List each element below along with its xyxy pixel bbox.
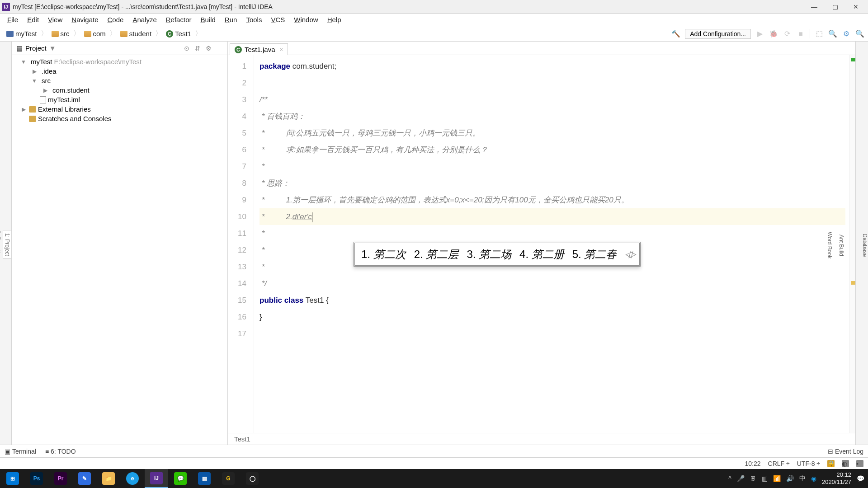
system-tray[interactable]: ^ 🎤 ⛨ ▥ 📶 🔊 中 ◉ 20:12 2020/11/27 💬 — [728, 471, 867, 486]
tree-row-src[interactable]: ▼src — [12, 76, 227, 85]
crumb-com[interactable]: com — [81, 29, 108, 38]
status-line-sep[interactable]: CRLF ÷ — [768, 460, 790, 467]
hide-icon[interactable]: — — [216, 45, 223, 52]
tray-chevron-icon[interactable]: ^ — [728, 475, 731, 482]
run-icon[interactable]: ▶ — [755, 29, 764, 38]
menu-tools[interactable]: Tools — [241, 15, 266, 24]
taskbar-app-button[interactable]: G — [217, 469, 240, 488]
tree-arrow-icon[interactable]: ▶ — [42, 87, 49, 94]
taskbar-app-button[interactable]: 💬 — [169, 469, 192, 488]
code-line[interactable]: * — [259, 158, 845, 175]
tree-arrow-icon[interactable]: ▼ — [31, 78, 38, 84]
menu-navigate[interactable]: Navigate — [67, 15, 103, 24]
close-button[interactable]: ✕ — [845, 0, 866, 13]
tree-row-mytest-iml[interactable]: myTest.iml — [12, 95, 227, 104]
build-icon[interactable]: 🔨 — [671, 29, 680, 38]
tray-volume-icon[interactable]: 🔊 — [786, 475, 794, 482]
editor-tab[interactable]: CTest1.java× — [230, 43, 288, 55]
code-line[interactable] — [259, 325, 845, 342]
status-encoding[interactable]: UTF-8 ÷ — [797, 460, 820, 467]
bottom-tab[interactable]: ▣Terminal — [5, 448, 36, 455]
code-line[interactable]: public class Test1 { — [259, 292, 845, 309]
stop-icon[interactable]: ■ — [796, 29, 805, 38]
ime-candidate[interactable]: 3. 第二场 — [467, 246, 511, 263]
ime-nav-icon[interactable]: ◁▷ — [625, 246, 633, 263]
code-editor[interactable]: 1234567891011121314151617 package com.st… — [228, 55, 855, 433]
menu-run[interactable]: Run — [220, 15, 242, 24]
tray-mic-icon[interactable]: 🎤 — [737, 475, 745, 482]
code-line[interactable]: /** — [259, 91, 845, 108]
ime-candidate-window[interactable]: 1. 第二次2. 第二层3. 第二场4. 第二册5. 第二春◁▷ — [354, 242, 641, 267]
tree-row-external-libraries[interactable]: ▶External Libraries — [12, 104, 227, 114]
menu-build[interactable]: Build — [196, 15, 220, 24]
ime-candidate[interactable]: 2. 第二层 — [414, 246, 459, 263]
tree-row-mytest[interactable]: ▼myTest E:\eclipse-workspace\myTest — [12, 57, 227, 66]
ime-candidate[interactable]: 1. 第二次 — [361, 246, 406, 263]
tray-app-icon[interactable]: ◉ — [811, 475, 816, 482]
tray-security-icon[interactable]: ⛨ — [750, 475, 756, 482]
taskbar-app-button[interactable]: ▦ — [193, 469, 216, 488]
menu-vcs[interactable]: VCS — [266, 15, 289, 24]
taskbar-clock[interactable]: 20:12 2020/11/27 — [822, 471, 851, 486]
tree-arrow-icon[interactable]: ▼ — [20, 59, 27, 65]
tree-row--idea[interactable]: ▶.idea — [12, 66, 227, 76]
tray-notifications-icon[interactable]: 💬 — [857, 475, 864, 482]
tray-wifi-icon[interactable]: 📶 — [773, 475, 781, 482]
menu-edit[interactable]: Edit — [23, 15, 43, 24]
code-line[interactable]: * 思路： — [259, 175, 845, 192]
taskbar-app-button[interactable]: Pr — [49, 469, 72, 488]
tray-ime-icon[interactable]: 中 — [799, 474, 806, 483]
crumb-student[interactable]: student — [118, 29, 154, 38]
tray-battery-icon[interactable]: ▥ — [762, 475, 768, 482]
code-line[interactable] — [259, 75, 845, 91]
menu-help[interactable]: Help — [323, 15, 346, 24]
event-log-tab[interactable]: ⊟ Event Log — [828, 448, 863, 455]
menu-view[interactable]: View — [43, 15, 67, 24]
taskbar-app-button[interactable]: ◯ — [241, 469, 264, 488]
autoscroll-icon[interactable]: ⊙ — [183, 45, 190, 52]
collapse-icon[interactable]: ⇵ — [194, 45, 201, 52]
crumb-mytest[interactable]: myTest — [4, 29, 40, 38]
menu-file[interactable]: File — [3, 15, 23, 24]
code-line[interactable]: } — [259, 309, 845, 325]
bottom-tab[interactable]: ≡6: TODO — [45, 448, 76, 455]
update-icon[interactable]: ⬚ — [815, 29, 824, 38]
project-header-title[interactable]: ▤Project▼ — [16, 44, 179, 52]
code-line[interactable]: * 问:公鸡五元钱一只，母鸡三元钱一只，小鸡一元钱三只。 — [259, 125, 845, 141]
code-line[interactable]: * 1.第一层循环，首先要确定公鸡的范围，表达式x=0;x<=20;因为只有10… — [259, 192, 845, 208]
find-icon[interactable]: 🔍 — [855, 29, 864, 38]
coverage-icon[interactable]: ⟳ — [783, 29, 792, 38]
code-line[interactable]: */ — [259, 275, 845, 292]
debug-icon[interactable]: 🐞 — [769, 29, 778, 38]
code-body[interactable]: package com.student; /** * 百钱百鸡： * 问:公鸡五… — [254, 55, 849, 433]
taskbar-app-button[interactable]: Ps — [25, 469, 48, 488]
status-git-icon[interactable]: ◐ — [842, 460, 849, 467]
code-line[interactable]: * 百钱百鸡： — [259, 108, 845, 125]
editor-breadcrumb[interactable]: Test1 — [228, 433, 855, 445]
project-tree[interactable]: ▼myTest E:\eclipse-workspace\myTest▶.ide… — [12, 55, 227, 125]
taskbar-app-button[interactable]: IJ — [145, 469, 168, 488]
add-configuration-button[interactable]: Add Configuration... — [685, 29, 751, 39]
taskbar-app-button[interactable]: ✎ — [73, 469, 96, 488]
minimize-button[interactable]: — — [804, 0, 825, 13]
tree-row-scratches-and-consoles[interactable]: Scratches and Consoles — [12, 114, 227, 123]
status-lock-icon[interactable]: 🔒 — [827, 460, 835, 467]
taskbar-app-button[interactable]: 📁 — [97, 469, 120, 488]
ime-candidate[interactable]: 4. 第二册 — [519, 246, 564, 263]
menu-code[interactable]: Code — [103, 15, 128, 24]
taskbar-app-button[interactable]: ⊞ — [1, 469, 24, 488]
tree-row-com-student[interactable]: ▶com.student — [12, 85, 227, 95]
menu-window[interactable]: Window — [289, 15, 322, 24]
code-line[interactable]: * 求:如果拿一百元钱买一百只鸡，有几种买法，分别是什么？ — [259, 141, 845, 158]
tree-arrow-icon[interactable]: ▶ — [20, 106, 27, 113]
code-line[interactable]: * — [259, 225, 845, 242]
settings-icon[interactable]: ⚙ — [842, 29, 851, 38]
search-icon[interactable]: 🔍 — [828, 29, 837, 38]
right-tool-tab[interactable]: Database — [862, 234, 868, 257]
maximize-button[interactable]: ▢ — [825, 0, 845, 13]
crumb-src[interactable]: src — [49, 29, 72, 38]
left-tool-tab[interactable]: 1: Project — [3, 230, 11, 259]
code-line[interactable]: package com.student; — [259, 58, 845, 75]
tree-arrow-icon[interactable]: ▶ — [31, 68, 38, 75]
gear-icon[interactable]: ⚙ — [205, 45, 212, 52]
